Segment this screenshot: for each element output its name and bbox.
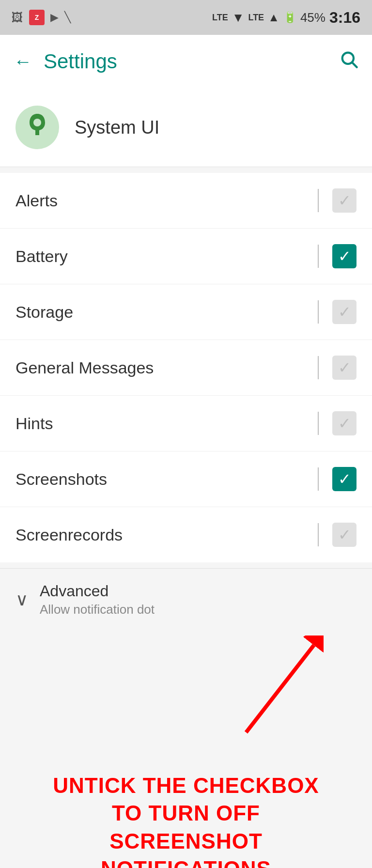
checkbox-storage[interactable]: ✓ [332,300,356,324]
chevron-down-icon: ∨ [16,589,28,610]
item-label-battery: Battery [16,247,68,266]
page-title: Settings [44,50,117,73]
item-right-general-messages: ✓ [318,356,356,380]
item-label-general-messages: General Messages [16,358,154,377]
checkmark-icon-battery: ✓ [338,248,351,264]
list-item: General Messages ✓ [0,340,372,396]
checkmark-icon-storage: ✓ [338,304,351,320]
svg-point-2 [33,119,41,126]
list-item: Hints ✓ [0,396,372,451]
gallery-icon: 🖼 [12,11,23,24]
checkmark-icon-general-messages: ✓ [338,360,351,375]
battery-icon: 🔋 [283,11,296,24]
item-label-alerts: Alerts [16,191,58,210]
item-label-screenrecords: Screenrecords [16,526,123,544]
status-icons-left: 🖼 Z ▶ ╲ [12,10,71,25]
app-bar: ← Settings [0,35,372,88]
advanced-text: Advanced Allow notification dot [40,582,155,617]
play-icon: ▶ [50,11,59,24]
checkbox-alerts[interactable]: ✓ [332,188,356,213]
item-right-screenshots: ✓ [318,467,356,491]
zomato-icon: Z [29,10,45,25]
annotation-line2: TO TURN OFF [31,799,341,827]
checkmark-icon-alerts: ✓ [338,193,351,208]
advanced-subtitle: Allow notification dot [40,602,155,617]
lte-label-2: LTE [248,13,264,23]
status-bar: 🖼 Z ▶ ╲ LTE ▼ LTE ▲ 🔋 45% 3:16 [0,0,372,35]
checkbox-hints[interactable]: ✓ [332,411,356,435]
checkbox-screenshots[interactable]: ✓ [332,467,356,491]
item-right-hints: ✓ [318,411,356,435]
divider [318,189,319,212]
signal-icon: ▲ [268,11,279,24]
search-button[interactable] [339,49,358,74]
slash-icon: ╲ [64,11,71,24]
checkmark-icon-hints: ✓ [338,416,351,431]
red-arrow [236,636,324,744]
list-item: Alerts ✓ [0,173,372,229]
wifi-icon: ▼ [232,10,245,25]
settings-list: Alerts ✓ Battery ✓ Storage ✓ General Mes… [0,173,372,562]
list-item: Battery ✓ [0,229,372,284]
item-label-storage: Storage [16,303,73,322]
annotation-text: UNTICK THE CHECKBOX TO TURN OFF SCREENSH… [31,772,341,868]
divider [318,523,319,546]
checkbox-general-messages[interactable]: ✓ [332,356,356,380]
item-label-hints: Hints [16,414,53,433]
divider [318,356,319,379]
advanced-section[interactable]: ∨ Advanced Allow notification dot [0,568,372,631]
list-item: Storage ✓ [0,284,372,340]
checkmark-icon-screenshots: ✓ [338,471,351,487]
status-icons-right: LTE ▼ LTE ▲ 🔋 45% 3:16 [212,9,360,27]
checkmark-icon-screenrecords: ✓ [338,527,351,542]
list-item: Screenshots ✓ [0,451,372,507]
advanced-title: Advanced [40,582,155,600]
svg-line-4 [246,645,314,732]
item-right-storage: ✓ [318,300,356,324]
app-name: System UI [75,117,159,138]
annotation-container: UNTICK THE CHECKBOX TO TURN OFF SCREENSH… [0,631,372,868]
annotation-line4: NOTIFICATIONS [31,855,341,868]
item-right-alerts: ✓ [318,188,356,213]
divider [318,245,319,268]
divider [318,467,319,491]
back-button[interactable]: ← [14,52,32,71]
item-label-screenshots: Screenshots [16,470,107,489]
lte-label: LTE [212,13,228,23]
list-item: Screenrecords ✓ [0,507,372,562]
app-bar-left: ← Settings [14,50,117,73]
checkbox-screenrecords[interactable]: ✓ [332,523,356,547]
clock: 3:16 [329,9,360,27]
annotation-line1: UNTICK THE CHECKBOX [31,772,341,799]
item-right-battery: ✓ [318,244,356,268]
annotation-line3: SCREENSHOT [31,827,341,855]
app-header: System UI [0,88,372,167]
divider [318,300,319,324]
divider [318,412,319,435]
checkbox-battery[interactable]: ✓ [332,244,356,268]
app-icon [16,106,59,149]
svg-line-1 [353,63,357,67]
item-right-screenrecords: ✓ [318,523,356,547]
battery-percent: 45% [300,10,326,25]
app-icon-letter [23,110,52,145]
